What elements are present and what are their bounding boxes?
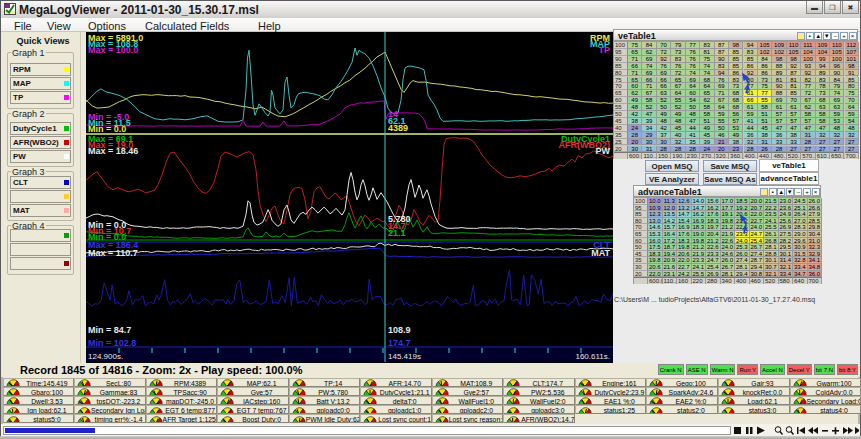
svg-text:Max = 100.0: Max = 100.0: [88, 45, 138, 55]
svg-text:124.900s.: 124.900s.: [88, 352, 123, 361]
svg-text:Max = 110.7: Max = 110.7: [88, 248, 138, 258]
svg-text:Max = 18.46: Max = 18.46: [88, 146, 138, 156]
svg-text:TP: TP: [598, 45, 610, 55]
svg-text:Min = 102.8: Min = 102.8: [88, 338, 136, 348]
svg-text:160.611s.: 160.611s.: [575, 352, 610, 361]
svg-text:Min = 0.0: Min = 0.0: [88, 124, 126, 134]
svg-text:PW: PW: [596, 146, 611, 156]
svg-text:174.7: 174.7: [388, 338, 411, 348]
svg-text:4389: 4389: [388, 123, 408, 133]
svg-text:145.419s: 145.419s: [388, 352, 421, 361]
svg-text:MAT: MAT: [591, 248, 610, 258]
svg-text:108.9: 108.9: [388, 325, 411, 335]
svg-text:21.1: 21.1: [388, 228, 406, 238]
svg-text:Min = 84.7: Min = 84.7: [88, 325, 131, 335]
